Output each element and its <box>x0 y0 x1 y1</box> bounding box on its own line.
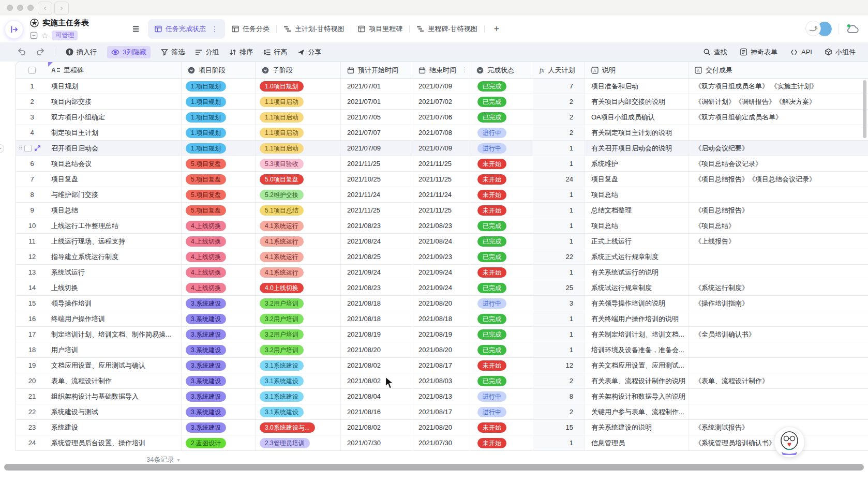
column-header-status[interactable]: 完成状态 <box>470 62 533 78</box>
deliverable-cell[interactable] <box>689 389 868 404</box>
subphase-cell[interactable]: 5.2维护交接 <box>256 187 341 202</box>
deliverable-cell[interactable]: 《上线报告》 <box>689 234 868 249</box>
milestone-cell[interactable]: 与维护部门交接 <box>48 187 182 202</box>
view-list-icon[interactable] <box>132 25 141 33</box>
note-cell[interactable]: 关键用户参与表单、流程制作... <box>585 404 689 419</box>
status-cell[interactable]: 未开始 <box>470 420 533 435</box>
milestone-cell[interactable]: 系统试运行 <box>48 265 182 280</box>
milestone-cell[interactable]: 表单、流程设计制作 <box>48 373 182 388</box>
start-date-cell[interactable]: 2021/08/18 <box>341 296 413 311</box>
row-number-cell[interactable]: 18 <box>16 342 48 357</box>
start-date-cell[interactable]: 2021/08/18 <box>341 311 413 326</box>
column-header-subphase[interactable]: 子阶段 <box>256 62 341 78</box>
deliverable-cell[interactable] <box>689 249 868 264</box>
row-number-cell[interactable]: 7 <box>16 172 48 187</box>
end-date-cell[interactable]: 2021/08/17 <box>413 358 470 373</box>
note-cell[interactable]: 项目总结 <box>585 187 689 202</box>
start-date-cell[interactable]: 2021/07/07 <box>341 125 413 140</box>
days-cell[interactable]: 1 <box>533 218 585 233</box>
milestone-cell[interactable]: 项目内部交接 <box>48 94 182 109</box>
row-checkbox[interactable] <box>24 145 32 152</box>
milestone-cell[interactable]: 上线运行工作整理总结 <box>48 218 182 233</box>
deliverable-cell[interactable]: 《全员培训确认书》 <box>689 327 868 342</box>
close-window-button[interactable] <box>7 5 13 11</box>
note-cell[interactable]: 有关召开项目启动会的说明 <box>585 141 689 156</box>
status-cell[interactable]: 已完成 <box>470 249 533 264</box>
drag-handle-icon[interactable]: ⠿ <box>19 145 22 151</box>
sort-button[interactable]: 排序 <box>229 48 253 57</box>
status-cell[interactable]: 进行中 <box>470 389 533 404</box>
select-all-cell[interactable] <box>16 62 48 78</box>
tab-master-gantt[interactable]: 主计划-甘特视图 <box>277 19 351 39</box>
end-date-cell[interactable]: 2021/08/17 <box>413 404 470 419</box>
end-date-cell[interactable]: 2021/07/30 <box>413 435 470 450</box>
days-cell[interactable]: 1 <box>533 327 585 342</box>
end-date-cell[interactable]: 2021/11/25 <box>413 203 470 218</box>
phase-cell[interactable]: 5.项目复盘 <box>182 172 256 187</box>
filter-button[interactable]: 筛选 <box>161 48 185 57</box>
row-number-cell[interactable]: 3 <box>16 110 48 125</box>
start-date-cell[interactable]: 2021/08/24 <box>341 234 413 249</box>
column-header-deliverable[interactable]: A 交付成果 <box>689 62 868 78</box>
deliverable-cell[interactable]: 《双方项目组成员名单》 《实施主计划》 <box>689 79 868 94</box>
share-button[interactable]: 分享 <box>297 48 321 57</box>
tab-task-status[interactable]: 任务完成状态 ⋮ <box>148 19 225 39</box>
milestone-cell[interactable]: 系统建设 <box>48 420 182 435</box>
start-date-cell[interactable]: 2021/08/23 <box>341 280 413 295</box>
status-cell[interactable]: 已完成 <box>470 280 533 295</box>
phase-cell[interactable]: 3.系统建设 <box>182 296 256 311</box>
start-date-cell[interactable]: 2021/08/16 <box>341 404 413 419</box>
days-cell[interactable]: 2 <box>533 110 585 125</box>
days-cell[interactable]: 2 <box>533 125 585 140</box>
minimize-window-button[interactable] <box>17 5 23 11</box>
api-button[interactable]: API <box>790 48 812 56</box>
row-number-cell[interactable]: 13 <box>16 265 48 280</box>
days-cell[interactable]: 8 <box>533 389 585 404</box>
deliverable-cell[interactable]: 《系统运行制度》 <box>689 280 868 295</box>
start-date-cell[interactable]: 2021/11/25 <box>341 156 413 171</box>
start-date-cell[interactable]: 2021/08/02 <box>341 373 413 388</box>
deliverable-cell[interactable]: 《启动会议纪要》 <box>689 141 868 156</box>
sync-status-button[interactable] <box>845 23 860 35</box>
phase-cell[interactable]: 3.系统建设 <box>182 342 256 357</box>
deliverable-cell[interactable]: 《项目总结》 <box>689 218 868 233</box>
deliverable-cell[interactable]: 《表单、流程设计制作》 <box>689 373 868 388</box>
phase-cell[interactable]: 1.项目规划 <box>182 125 256 140</box>
vertical-scrollbar[interactable] <box>863 80 866 138</box>
start-date-cell[interactable]: 2021/07/30 <box>341 435 413 450</box>
milestone-cell[interactable]: 领导操作培训 <box>48 296 182 311</box>
status-cell[interactable]: 已完成 <box>470 342 533 357</box>
row-number-cell[interactable]: ⠿ <box>16 141 48 156</box>
milestone-cell[interactable]: 系统管理员后台设置、操作培训 <box>48 435 182 450</box>
note-cell[interactable]: 正式上线运行 <box>585 234 689 249</box>
end-date-cell[interactable]: 2021/11/25 <box>413 172 470 187</box>
subphase-cell[interactable]: 4.1系统运行 <box>256 218 341 233</box>
end-date-cell[interactable]: 2021/08/19 <box>413 327 470 342</box>
status-cell[interactable]: 未开始 <box>470 156 533 171</box>
row-number-cell[interactable]: 8 <box>16 187 48 202</box>
subphase-cell[interactable]: 3.1系统建设 <box>256 389 341 404</box>
milestone-cell[interactable]: 制定培训计划、培训文档、制作简易操... <box>48 327 182 342</box>
zoom-window-button[interactable] <box>27 5 34 11</box>
redo-button[interactable] <box>36 48 44 56</box>
status-cell[interactable]: 未开始 <box>470 203 533 218</box>
status-cell[interactable]: 已完成 <box>470 218 533 233</box>
status-cell[interactable]: 进行中 <box>470 404 533 419</box>
days-cell[interactable]: 12 <box>533 358 585 373</box>
end-date-cell[interactable]: 2021/07/09 <box>413 79 470 94</box>
phase-cell[interactable]: 1.项目规划 <box>182 141 256 156</box>
days-cell[interactable]: 1 <box>533 141 585 156</box>
end-date-cell[interactable]: 2021/08/13 <box>413 389 470 404</box>
row-number-cell[interactable]: 12 <box>16 249 48 264</box>
nav-back-button[interactable]: ‹ <box>38 2 52 15</box>
horizontal-scrollbar[interactable] <box>4 464 864 471</box>
note-cell[interactable]: 系统试运行规章制度 <box>585 280 689 295</box>
start-date-cell[interactable]: 2021/08/02 <box>341 358 413 373</box>
milestone-cell[interactable]: 项目总结 <box>48 203 182 218</box>
row-number-cell[interactable]: 22 <box>16 404 48 419</box>
deliverable-cell[interactable] <box>689 187 868 202</box>
status-cell[interactable]: 已完成 <box>470 79 533 94</box>
deliverable-cell[interactable] <box>689 342 868 357</box>
subphase-cell[interactable]: 3.2用户培训 <box>256 342 341 357</box>
status-cell[interactable]: 已完成 <box>470 94 533 109</box>
